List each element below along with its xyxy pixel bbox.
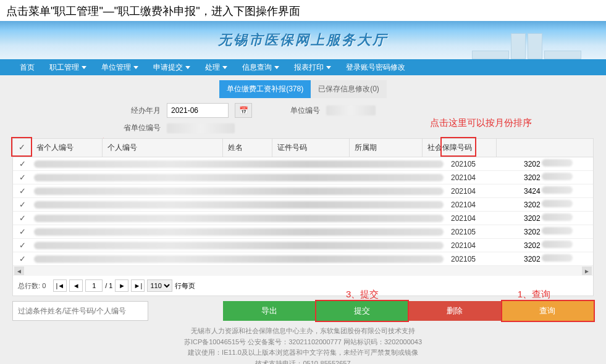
horizontal-scrollbar[interactable]: ◄ ► [13, 266, 593, 276]
export-button[interactable]: 导出 [223, 301, 316, 321]
pager-size-select[interactable]: 110 [147, 279, 172, 292]
row-checkbox[interactable]: ✓ [13, 173, 32, 182]
table-header-row: ✓ 省个人编号 个人编号 姓名 证件号码 所属期 社会保障号码 [13, 139, 593, 157]
row-social-id: 3202 [519, 227, 593, 236]
pager-prev[interactable]: ◄ [69, 279, 83, 292]
table-row[interactable]: ✓ 202105 3202 [13, 252, 593, 266]
row-social-id: 3202 [519, 200, 593, 209]
nav-employee-mgmt[interactable]: 职工管理 [42, 59, 94, 75]
month-input[interactable] [167, 103, 229, 118]
row-blurred-data [34, 242, 444, 249]
header-social-id[interactable]: 社会保障号码 [423, 139, 497, 157]
submit-button[interactable]: 提交 [316, 301, 408, 321]
row-blurred-data [34, 188, 444, 195]
prov-unit-value [167, 123, 235, 133]
pager: 总行数: 0 |◄ ◄ / 1 ► ►| 110 行每页 [13, 276, 593, 296]
tab-wage-report[interactable]: 单位缴费工资补报(378) [219, 80, 311, 98]
header-personal-id[interactable]: 个人编号 [103, 139, 223, 157]
unit-label: 单位编号 [283, 105, 320, 116]
row-social-id: 3202 [519, 241, 593, 250]
decorative-buildings [472, 33, 581, 59]
table-row[interactable]: ✓ 202104 3202 [13, 198, 593, 212]
row-social-id: 3424 [519, 186, 593, 196]
pager-page-input[interactable] [85, 279, 103, 292]
nav-info-query[interactable]: 信息查询 [235, 59, 287, 75]
table-row[interactable]: ✓ 202105 3202 [13, 225, 593, 239]
site-title: 无锡市医保网上服务大厅 [218, 31, 388, 49]
filter-input[interactable] [12, 301, 148, 321]
annotation-submit: 3、提交 [346, 289, 379, 300]
row-social-id: 3202 [519, 173, 593, 182]
scroll-right-icon[interactable]: ► [582, 267, 592, 275]
row-period: 202105 [446, 160, 519, 168]
nav-unit-mgmt[interactable]: 单位管理 [94, 59, 146, 75]
tab-saved-edit[interactable]: 已保存信息修改(0) [311, 80, 387, 98]
pager-first[interactable]: |◄ [53, 279, 67, 292]
row-period: 202104 [446, 173, 519, 182]
prov-unit-label: 省单位编号 [124, 123, 161, 133]
nav-home[interactable]: 首页 [12, 59, 42, 75]
pager-per-label: 行每页 [175, 281, 195, 291]
row-period: 202104 [446, 201, 519, 209]
nav-process[interactable]: 处理 [198, 59, 235, 75]
header-period[interactable]: 所属期 [350, 139, 423, 157]
row-blurred-data [34, 160, 444, 168]
data-table: ✓ 省个人编号 个人编号 姓名 证件号码 所属期 社会保障号码 ✓ 202105… [12, 138, 594, 296]
month-label: 经办年月 [124, 105, 161, 116]
row-checkbox[interactable]: ✓ [13, 186, 32, 196]
nav-report-print[interactable]: 报表打印 [287, 59, 339, 75]
table-row[interactable]: ✓ 202105 3202 [13, 157, 593, 171]
row-period: 202104 [446, 214, 519, 223]
header-cert-id[interactable]: 证件号码 [272, 139, 350, 157]
row-blurred-data [34, 201, 444, 209]
table-row[interactable]: ✓ 202104 3202 [13, 212, 593, 225]
delete-button[interactable]: 删除 [408, 301, 501, 321]
calendar-icon[interactable]: 📅 [235, 103, 252, 118]
row-blurred-data [34, 228, 444, 236]
tab-row: 单位缴费工资补报(378) 已保存信息修改(0) [12, 80, 594, 98]
row-social-id: 3202 [519, 213, 593, 223]
main-nav: 首页 职工管理 单位管理 申请提交 处理 信息查询 报表打印 登录账号密码修改 [0, 59, 606, 75]
row-checkbox[interactable]: ✓ [13, 159, 32, 168]
row-checkbox[interactable]: ✓ [13, 213, 32, 223]
pager-next[interactable]: ► [115, 279, 128, 292]
row-blurred-data [34, 174, 444, 181]
row-checkbox[interactable]: ✓ [13, 227, 32, 236]
row-period: 202104 [446, 241, 519, 250]
row-blurred-data [34, 215, 444, 222]
header-prov-id[interactable]: 省个人编号 [32, 139, 103, 157]
pager-last[interactable]: ►| [131, 279, 145, 292]
pager-of: / 1 [105, 282, 112, 289]
table-row[interactable]: ✓ 202104 3202 [13, 239, 593, 252]
row-checkbox[interactable]: ✓ [13, 254, 32, 263]
annotation-sort: 点击这里可以按月份排序 [430, 117, 532, 129]
row-blurred-data [34, 255, 444, 263]
table-row[interactable]: ✓ 202104 3424 [13, 184, 593, 198]
row-checkbox[interactable]: ✓ [13, 241, 32, 250]
header-banner: 无锡市医保网上服务大厅 [0, 21, 606, 59]
row-checkbox[interactable]: ✓ [13, 200, 32, 209]
annotation-query: 1、查询 [518, 289, 550, 300]
row-social-id: 3202 [519, 159, 593, 168]
header-name[interactable]: 姓名 [223, 139, 272, 157]
row-period: 202105 [446, 228, 519, 236]
total-rows-label: 总行数: 0 [18, 281, 46, 291]
row-period: 202105 [446, 255, 519, 263]
header-checkbox[interactable]: ✓ [13, 139, 32, 157]
footer: 无锡市人力资源和社会保障信息中心主办，东软集团股份有限公司技术支持 苏ICP备1… [12, 321, 594, 364]
row-period: 202104 [446, 187, 519, 196]
row-social-id: 3202 [519, 254, 593, 263]
instruction-top: 点击菜单"职工管理"—"职工缴费补申报"，进入下图操作界面 [0, 0, 606, 21]
table-row[interactable]: ✓ 202104 3202 [13, 171, 593, 184]
scroll-left-icon[interactable]: ◄ [14, 267, 24, 275]
nav-apply-submit[interactable]: 申请提交 [146, 59, 198, 75]
table-body: ✓ 202105 3202✓ 202104 3202✓ 202104 3424✓… [13, 157, 593, 266]
query-button[interactable]: 查询 [501, 301, 594, 321]
nav-password[interactable]: 登录账号密码修改 [339, 59, 413, 75]
unit-id-value [326, 105, 376, 115]
